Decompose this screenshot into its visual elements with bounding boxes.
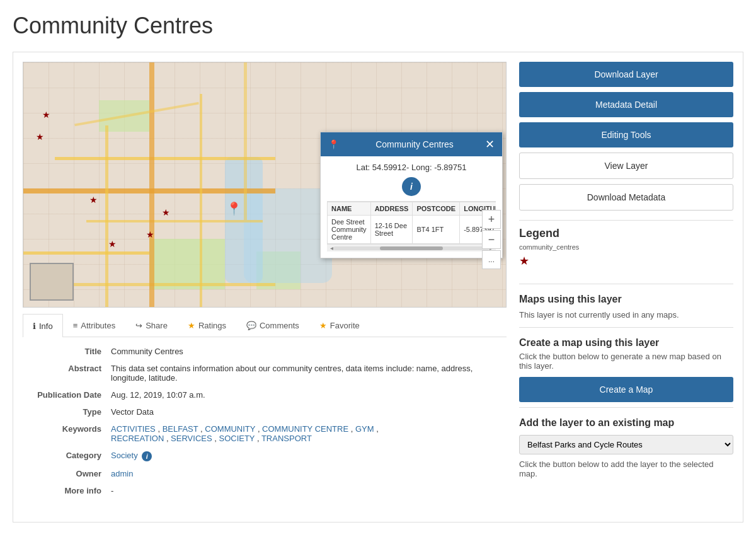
zoom-out-button[interactable]: − <box>482 230 501 249</box>
map-popup-header: 📍 Community Centres ✕ <box>321 132 502 156</box>
popup-scrollbar[interactable]: ◂ ▸ <box>327 244 496 251</box>
keyword-services[interactable]: SERVICES <box>171 434 212 443</box>
scrollbar-thumb <box>380 246 442 250</box>
share-tab-icon: ↪ <box>135 321 142 330</box>
map-popup-body: Lat: 54.59912- Long: -5.89751 i NAME ADD… <box>321 156 502 258</box>
more-info-label: More info <box>23 486 111 495</box>
popup-table: NAME ADDRESS POSTCODE LONGITUDE Dee Stre… <box>327 202 496 244</box>
keyword-belfast[interactable]: BELFAST <box>163 424 198 434</box>
table-header-postcode: POSTCODE <box>413 202 460 216</box>
add-layer-desc: Click the button below to add the layer … <box>519 459 733 478</box>
keyword-community[interactable]: COMMUNITY <box>205 424 255 434</box>
title-label: Title <box>23 347 111 356</box>
attributes-tab-label: Attributes <box>81 321 115 330</box>
popup-table-wrap: NAME ADDRESS POSTCODE LONGITUDE Dee Stre… <box>327 201 496 244</box>
table-cell-postcode: BT4 1FT <box>413 216 460 244</box>
create-map-button[interactable]: Create a Map <box>519 377 733 402</box>
keyword-community-centre[interactable]: COMMUNITY CENTRE <box>262 424 348 434</box>
keyword-gym[interactable]: GYM <box>355 424 374 434</box>
legend-section: Legend community_centres ★ <box>519 220 733 274</box>
map-marker <box>162 207 172 217</box>
scrollbar-track <box>333 246 490 250</box>
category-link[interactable]: Society <box>111 451 138 460</box>
pubdate-label: Publication Date <box>23 390 111 400</box>
table-cell-name: Dee Street Community Centre <box>328 216 371 244</box>
keyword-society[interactable]: SOCIETY <box>219 434 255 443</box>
page-title: Community Centres <box>13 13 743 39</box>
maps-section-text: This layer is not currently used in any … <box>519 310 733 320</box>
create-map-section: Create a map using this layer Click the … <box>519 327 733 402</box>
favorite-tab-label: Favorite <box>330 321 360 330</box>
category-label: Category <box>23 451 111 461</box>
type-value: Vector Data <box>111 407 507 417</box>
tab-favorite[interactable]: ★ Favorite <box>309 314 370 337</box>
info-row-pubdate: Publication Date Aug. 12, 2019, 10:07 a.… <box>23 390 507 400</box>
keyword-activities[interactable]: ACTIVITIES <box>111 424 156 434</box>
owner-value: admin <box>111 469 507 478</box>
map-marker <box>36 132 46 142</box>
attributes-tab-icon: ≡ <box>73 321 78 330</box>
add-layer-select[interactable]: Belfast Parks and Cycle Routes <box>519 435 733 454</box>
popup-close-button[interactable]: ✕ <box>485 137 495 151</box>
type-label: Type <box>23 407 111 417</box>
tab-ratings[interactable]: ★ Ratings <box>178 314 236 337</box>
table-header-address: ADDRESS <box>370 202 413 216</box>
owner-link[interactable]: admin <box>111 469 133 478</box>
left-section: 📍 Community Centres ✕ Lat: 54.59912- Lon… <box>23 62 507 512</box>
info-row-type: Type Vector Data <box>23 407 507 417</box>
title-value: Community Centres <box>111 347 507 356</box>
abstract-label: Abstract <box>23 364 111 383</box>
view-layer-button[interactable]: View Layer <box>519 153 733 179</box>
map-marker <box>89 195 100 205</box>
editing-tools-button[interactable]: Editing Tools <box>519 122 733 147</box>
download-metadata-button[interactable]: Download Metadata <box>519 184 733 211</box>
metadata-detail-button[interactable]: Metadata Detail <box>519 92 733 117</box>
comments-tab-icon: 💬 <box>246 321 256 330</box>
legend-title: Legend <box>519 227 733 240</box>
create-map-title: Create a map using this layer <box>519 337 733 349</box>
maps-section-title: Maps using this layer <box>519 294 733 305</box>
right-sidebar: Download Layer Metadata Detail Editing T… <box>519 62 733 512</box>
download-layer-button[interactable]: Download Layer <box>519 62 733 87</box>
map-popup: 📍 Community Centres ✕ Lat: 54.59912- Lon… <box>320 132 503 258</box>
keywords-label: Keywords <box>23 424 111 443</box>
info-row-keywords: Keywords ACTIVITIES , BELFAST , COMMUNIT… <box>23 424 507 443</box>
tab-attributes[interactable]: ≡ Attributes <box>63 314 126 337</box>
table-cell-address: 12-16 Dee Street <box>370 216 413 244</box>
ratings-tab-icon: ★ <box>188 321 195 330</box>
category-value: Society i <box>111 451 507 461</box>
info-row-owner: Owner admin <box>23 469 507 478</box>
ratings-tab-label: Ratings <box>198 321 226 330</box>
map-marker <box>146 229 156 240</box>
abstract-value: This data set contains information about… <box>111 364 507 383</box>
map-more-button[interactable]: ... <box>482 250 501 269</box>
zoom-in-button[interactable]: + <box>482 210 501 229</box>
tab-share[interactable]: ↪ Share <box>125 314 178 337</box>
legend-layer-name: community_centres <box>519 243 733 251</box>
keyword-recreation[interactable]: RECREATION <box>111 434 164 443</box>
popup-pin-icon: 📍 <box>328 139 339 149</box>
owner-label: Owner <box>23 469 111 478</box>
maps-section: Maps using this layer This layer is not … <box>519 284 733 320</box>
create-map-desc: Click the button below to generate a new… <box>519 352 733 371</box>
info-row-abstract: Abstract This data set contains informat… <box>23 364 507 383</box>
category-info-icon[interactable]: i <box>142 451 152 461</box>
more-info-value: - <box>111 486 507 495</box>
map-thumbnail[interactable] <box>30 263 74 301</box>
tab-comments[interactable]: 💬 Comments <box>236 314 309 337</box>
map-container: 📍 Community Centres ✕ Lat: 54.59912- Lon… <box>23 62 507 308</box>
info-tab-icon: ℹ <box>33 321 36 331</box>
info-row-category: Category Society i <box>23 451 507 461</box>
tab-info[interactable]: ℹ Info <box>23 314 63 337</box>
map-marker <box>108 239 118 249</box>
add-layer-title: Add the layer to an existing map <box>519 417 733 429</box>
tabs-bar: ℹ Info ≡ Attributes ↪ Share ★ Ratings 💬 <box>23 314 507 337</box>
popup-coords: Lat: 54.59912- Long: -5.89751 <box>327 163 496 172</box>
info-tab-label: Info <box>39 321 53 331</box>
pubdate-value: Aug. 12, 2019, 10:07 a.m. <box>111 390 507 400</box>
popup-info-icon[interactable]: i <box>402 177 421 196</box>
info-section: Title Community Centres Abstract This da… <box>23 337 507 512</box>
keywords-value: ACTIVITIES , BELFAST , COMMUNITY , COMMU… <box>111 424 507 443</box>
keyword-transport[interactable]: TRANSPORT <box>261 434 312 443</box>
add-layer-section: Add the layer to an existing map Belfast… <box>519 407 733 478</box>
